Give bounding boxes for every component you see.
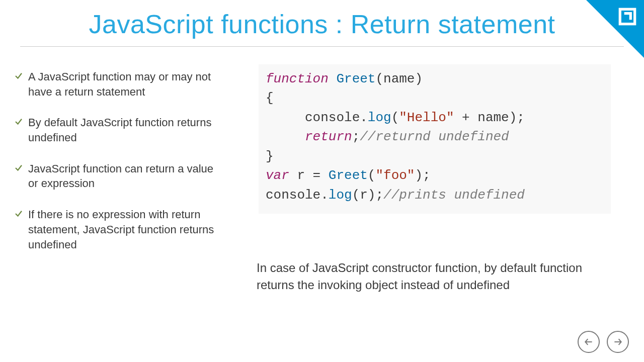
code-keyword: var	[266, 168, 289, 183]
check-icon	[14, 117, 23, 126]
code-keyword: function	[266, 71, 329, 86]
code-string: "Hello"	[399, 110, 454, 125]
check-icon	[14, 163, 23, 172]
code-text: }	[266, 149, 274, 164]
code-text: + name);	[454, 110, 524, 125]
code-comment: //prints undefined	[383, 188, 525, 203]
code-text	[266, 110, 305, 125]
code-text: r =	[289, 168, 329, 183]
svg-rect-0	[620, 9, 634, 24]
code-text: (name)	[375, 71, 423, 86]
brand-logo-icon	[617, 6, 638, 29]
code-text: {	[266, 90, 274, 106]
check-icon	[14, 209, 23, 218]
code-text: (	[368, 168, 376, 183]
bullet-text: JavaScript function can return a value o…	[28, 161, 225, 191]
title-underline	[20, 46, 624, 47]
code-block: function Greet(name) { console.log("Hell…	[259, 64, 611, 214]
code-text	[266, 129, 305, 144]
code-text: console.	[266, 188, 329, 203]
code-fn: Greet	[336, 71, 375, 86]
code-fn: log	[368, 110, 391, 125]
bullet-item: JavaScript function can return a value o…	[14, 161, 225, 191]
check-icon	[14, 71, 23, 80]
slide-title: JavaScript functions : Return statement	[0, 9, 644, 39]
code-keyword: return	[305, 129, 352, 144]
code-text: (r);	[352, 188, 383, 203]
code-text: (	[391, 110, 399, 125]
bullet-list: A JavaScript function may or may not hav…	[14, 69, 225, 268]
bullet-text: By default JavaScript function returns u…	[28, 115, 225, 145]
bullet-text: If there is no expression with return st…	[28, 207, 225, 252]
code-text: ;	[352, 129, 360, 144]
bullet-item: If there is no expression with return st…	[14, 207, 225, 252]
code-string: "foo"	[375, 168, 415, 183]
bullet-item: By default JavaScript function returns u…	[14, 115, 225, 145]
code-comment: //returnd undefined	[360, 129, 509, 144]
code-fn: Greet	[329, 168, 368, 183]
next-button[interactable]	[607, 331, 629, 353]
bullet-text: A JavaScript function may or may not hav…	[28, 69, 225, 99]
bullet-item: A JavaScript function may or may not hav…	[14, 69, 225, 99]
code-text: );	[415, 168, 430, 183]
slide: JavaScript functions : Return statement …	[0, 0, 644, 362]
code-text: console.	[305, 110, 368, 125]
footnote: In case of JavaScript constructor functi…	[257, 259, 619, 293]
code-fn: log	[329, 188, 352, 203]
prev-button[interactable]	[578, 331, 600, 353]
nav-controls	[578, 331, 629, 353]
